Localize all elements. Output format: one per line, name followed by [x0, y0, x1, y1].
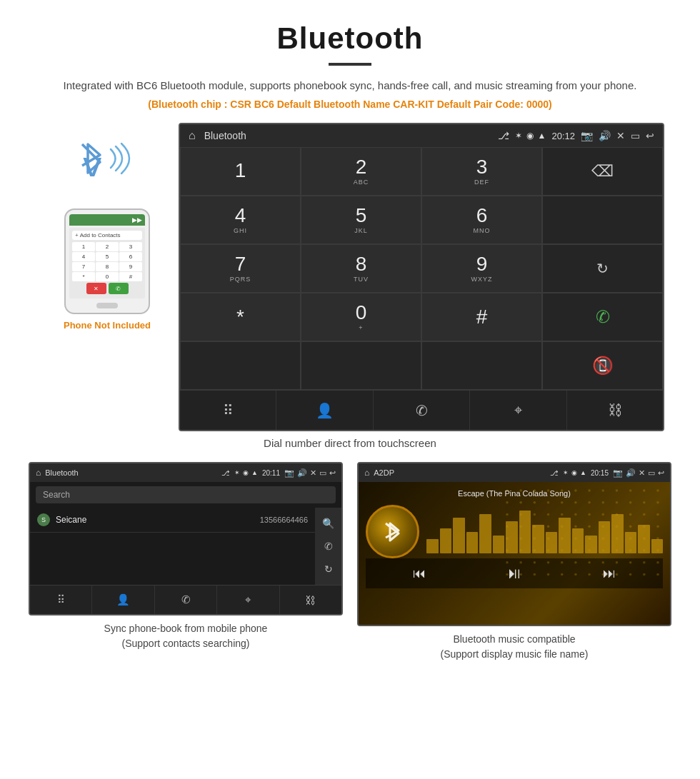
dial-key-6[interactable]: 6 MNO	[421, 196, 542, 244]
pb-title: Bluetooth	[45, 468, 217, 477]
hu-home-icon[interactable]: ⌂	[189, 129, 196, 142]
hu-bt-icon: ✶	[515, 131, 522, 141]
music-player-area: Escape (The Pina Colada Song)	[359, 482, 670, 625]
svg-point-72	[506, 561, 509, 564]
hu-nav-grid-icon[interactable]: ⠿	[180, 391, 276, 430]
pb-contact-avatar: S	[37, 513, 50, 526]
music-vol-icon[interactable]: 🔊	[626, 468, 636, 478]
bluetooth-symbol-icon: ⅴ	[82, 144, 102, 184]
music-win-icon[interactable]: ▭	[648, 468, 655, 478]
svg-point-94	[643, 573, 646, 576]
pb-reload-side-icon[interactable]: ↻	[317, 558, 340, 581]
pb-nav-contacts[interactable]: 👤	[92, 585, 154, 614]
dial-key-2[interactable]: 2 ABC	[301, 147, 421, 196]
dial-call-red-cell[interactable]: 📵	[542, 341, 663, 390]
hu-window-icon[interactable]: ▭	[631, 130, 640, 141]
subtitle-text: Integrated with BC6 Bluetooth module, su…	[43, 77, 657, 94]
music-prev-icon[interactable]: ⏮	[413, 566, 426, 581]
pb-nav-grid[interactable]: ⠿	[30, 585, 92, 614]
pb-cam-icon[interactable]: 📷	[284, 468, 294, 478]
pb-close-icon[interactable]: ✕	[310, 468, 316, 478]
phone-add-contact: Add to Contacts	[72, 231, 142, 240]
hu-volume-icon[interactable]: 🔊	[599, 130, 611, 141]
hu-close-icon[interactable]: ✕	[616, 130, 625, 141]
hu-status-icons: ✶ ◉ ▲	[515, 131, 546, 141]
dial-backspace-icon[interactable]: ⌫	[591, 162, 614, 181]
dial-call-green-cell[interactable]: ✆	[542, 293, 663, 341]
svg-point-12	[506, 501, 509, 504]
phone-top-bar: ▶▶	[69, 214, 145, 226]
pb-search-bar[interactable]: Search	[36, 486, 336, 503]
hu-back-icon[interactable]: ↩	[646, 130, 654, 141]
svg-point-95	[656, 573, 659, 576]
music-sig-icon: ▲	[580, 469, 586, 476]
main-demo-area: ⅴ ▶▶ Add to Contacts	[0, 123, 700, 431]
pb-status-bar: ⌂ Bluetooth ⎇ ✶ ◉ ▲ 20:11 📷 🔊 ✕ ▭ ↩	[30, 463, 341, 482]
dial-key-1[interactable]: 1	[180, 147, 301, 196]
hu-nav-link-icon[interactable]: ⛓	[567, 391, 663, 430]
eq-bar-6	[506, 521, 518, 553]
title-section: Bluetooth Integrated with BC6 Bluetooth …	[0, 0, 700, 123]
phone-key-3: 3	[119, 242, 142, 251]
music-caption-line2: (Support display music file name)	[441, 648, 589, 660]
svg-point-90	[588, 573, 591, 576]
pb-bottom-nav: ⠿ 👤 ✆ ⌖ ⛓	[30, 585, 341, 614]
pb-sig-icon: ▲	[251, 469, 258, 476]
music-title: A2DP	[374, 468, 546, 477]
music-status-icons: ✶ ◉ ▲	[563, 469, 586, 476]
dial-key-8[interactable]: 8 TUV	[301, 244, 421, 293]
eq-bar-7	[519, 511, 531, 553]
hu-status-bar: ⌂ Bluetooth ⎇ ✶ ◉ ▲ 20:12 📷 🔊 ✕ ▭ ↩	[180, 124, 663, 147]
pb-nav-phone[interactable]: ✆	[155, 585, 217, 614]
dial-key-7[interactable]: 7 PQRS	[180, 244, 301, 293]
music-close-icon[interactable]: ✕	[639, 468, 645, 478]
hu-nav-contacts-icon[interactable]: 👤	[276, 391, 373, 430]
dial-key-5[interactable]: 5 JKL	[301, 196, 421, 244]
pb-vol-icon[interactable]: 🔊	[297, 468, 307, 478]
dial-key-9[interactable]: 9 WXYZ	[421, 244, 542, 293]
pb-action-icons: 📷 🔊 ✕ ▭ ↩	[284, 468, 336, 478]
hu-nav-bt-icon[interactable]: ⌖	[470, 391, 566, 430]
svg-point-77	[574, 561, 577, 564]
music-cam-icon[interactable]: 📷	[613, 468, 623, 478]
pb-bt-icon: ✶	[234, 469, 240, 476]
phone-key-5: 5	[96, 252, 119, 261]
eq-bar-17	[651, 539, 664, 553]
svg-point-80	[616, 561, 619, 564]
pb-back-icon[interactable]: ↩	[329, 468, 336, 478]
eq-bar-1	[440, 528, 452, 553]
pb-content: S Seicane 13566664466 🔍 ✆ ↻	[30, 508, 341, 585]
dial-key-0[interactable]: 0 +	[301, 293, 421, 341]
hu-nav-phone-icon[interactable]: ✆	[374, 391, 470, 430]
pb-contact-row[interactable]: S Seicane 13566664466	[30, 508, 315, 533]
music-home-icon[interactable]: ⌂	[364, 468, 369, 478]
pb-nav-bt[interactable]: ⌖	[217, 585, 279, 614]
dial-key-3[interactable]: 3 DEF	[421, 147, 542, 196]
eq-bar-15	[625, 532, 637, 553]
pb-call-side-icon[interactable]: ✆	[317, 535, 340, 558]
dial-key-star[interactable]: *	[180, 293, 301, 341]
pb-search-side-icon[interactable]: 🔍	[315, 512, 341, 535]
dial-key-4[interactable]: 4 GHI	[180, 196, 301, 244]
phonebook-block: ⌂ Bluetooth ⎇ ✶ ◉ ▲ 20:11 📷 🔊 ✕ ▭ ↩ Se	[29, 462, 343, 662]
eq-bar-4	[479, 514, 491, 553]
music-back-icon[interactable]: ↩	[658, 468, 664, 478]
music-loc-icon: ◉	[571, 469, 577, 476]
phone-screen: Add to Contacts 1 2 3 4 5 6 7 8 9 * 0 #	[69, 228, 145, 298]
page-title: Bluetooth	[43, 21, 657, 56]
music-action-icons: 📷 🔊 ✕ ▭ ↩	[613, 468, 664, 478]
hu-camera-icon[interactable]: 📷	[581, 130, 593, 141]
music-status-bar: ⌂ A2DP ⎇ ✶ ◉ ▲ 20:15 📷 🔊 ✕ ▭ ↩	[359, 463, 670, 482]
dial-reload-cell[interactable]: ↻	[542, 244, 663, 293]
eq-bar-11	[572, 528, 584, 553]
phone-key-hash: #	[119, 272, 142, 281]
dial-key-hash[interactable]: #	[421, 293, 542, 341]
svg-point-73	[520, 561, 523, 564]
svg-point-93	[629, 573, 632, 576]
pb-nav-link[interactable]: ⛓	[280, 585, 341, 614]
pb-win-icon[interactable]: ▭	[319, 468, 326, 478]
svg-point-18	[588, 501, 591, 504]
pb-contact-list: S Seicane 13566664466	[30, 508, 315, 585]
svg-point-17	[574, 501, 577, 504]
pb-home-icon[interactable]: ⌂	[36, 468, 41, 478]
